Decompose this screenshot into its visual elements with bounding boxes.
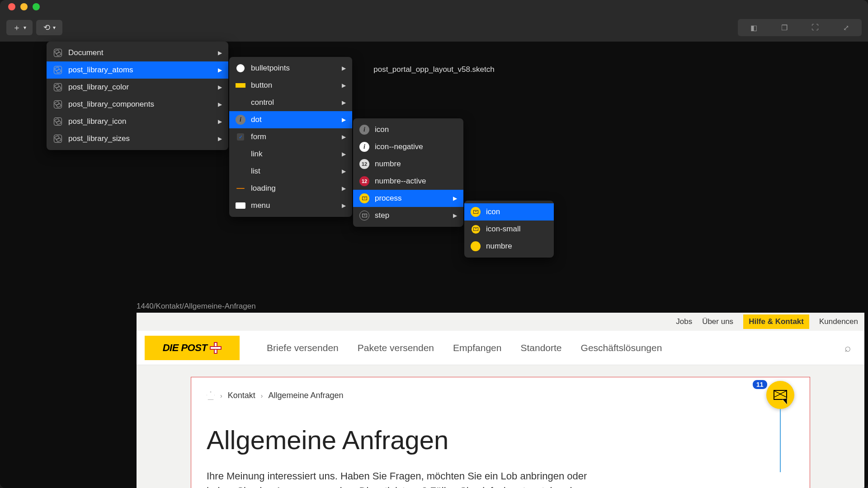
menu-item-dot[interactable]: i dot ▶ (229, 111, 352, 128)
link-icon (53, 65, 63, 75)
chevron-right-icon: › (261, 392, 263, 399)
menu-item-label: dot (251, 115, 262, 124)
home-icon[interactable] (207, 392, 215, 400)
menu-item-library-sizes[interactable]: post_library_sizes ▶ (47, 130, 228, 147)
menu-item-icon-negative[interactable]: i icon--negative (353, 138, 463, 155)
blank-icon (236, 149, 245, 159)
breadcrumb: › Kontakt › Allgemeine Anfragen (207, 391, 794, 400)
menu-item-label: Document (68, 48, 103, 57)
menu-item-control[interactable]: control ▶ (229, 94, 352, 111)
view-mode-3[interactable]: ⛶ (800, 20, 830, 35)
chevron-down-icon: ▾ (53, 24, 56, 31)
menu-item-icon[interactable]: i icon (353, 121, 463, 138)
page-title: Allgemeine Anfragen (207, 425, 794, 455)
window-maximize-button[interactable] (33, 3, 40, 10)
menu-item-label: icon (375, 125, 389, 134)
expand-icon: ⛶ (811, 23, 819, 32)
symbol-sync-button[interactable]: ⟲ ▾ (36, 20, 62, 35)
utility-link-service[interactable]: Kundencen (819, 317, 858, 326)
logo-text: DIE POST (163, 342, 208, 354)
nav-link-pakete[interactable]: Pakete versenden (358, 343, 434, 353)
document-title: post_portal_opp_layout_v58.sketch (373, 65, 494, 74)
menu-item-process-icon[interactable]: icon (464, 203, 554, 221)
chevron-right-icon: ▶ (218, 136, 222, 142)
menu-item-library-icon[interactable]: post_library_icon ▶ (47, 113, 228, 130)
swiss-cross-icon (210, 342, 222, 354)
chevron-right-icon: ▶ (342, 168, 346, 174)
menu-item-label: post_library_atoms (68, 66, 133, 75)
view-mode-segmented: ◧ ❐ ⛶ ⤢ (738, 19, 862, 36)
nav-link-briefe[interactable]: Briefe versenden (267, 343, 339, 353)
window-close-button[interactable] (8, 3, 15, 10)
view-mode-2[interactable]: ❐ (769, 20, 799, 35)
menu-item-numbre-active[interactable]: 12 numbre--active (353, 173, 463, 190)
chevron-right-icon: ▶ (342, 202, 346, 209)
menu-item-button[interactable]: button ▶ (229, 77, 352, 94)
menu-item-document[interactable]: Document ▶ (47, 44, 228, 61)
main-nav: Briefe versenden Pakete versenden Empfan… (267, 343, 662, 353)
menu-item-library-atoms[interactable]: post_library_atoms ▶ (47, 61, 228, 79)
menu-item-step[interactable]: step ▶ (353, 207, 463, 224)
insert-menu-level3: i icon i icon--negative 12 numbre 12 num… (353, 118, 463, 227)
blank-icon (236, 166, 245, 176)
fullscreen-icon: ⤢ (843, 23, 849, 32)
menu-item-label: post_library_color (68, 83, 129, 92)
stack-icon: ❐ (781, 23, 788, 32)
menu-item-list[interactable]: list ▶ (229, 163, 352, 180)
toolbar: ＋ ▾ ⟲ ▾ ◧ ❐ ⛶ ⤢ (0, 14, 868, 42)
menu-item-label: menu (251, 201, 270, 210)
utility-link-about[interactable]: Über uns (702, 317, 733, 326)
nav-link-empfangen[interactable]: Empfangen (453, 343, 501, 353)
breadcrumb-kontakt[interactable]: Kontakt (228, 391, 255, 400)
guide-line (780, 409, 781, 472)
menu-item-process-numbre[interactable]: numbre (464, 238, 554, 255)
contact-badge[interactable]: 11 (766, 381, 794, 409)
nav-link-standorte[interactable]: Standorte (520, 343, 561, 353)
menu-item-library-components[interactable]: post_library_components ▶ (47, 96, 228, 113)
view-mode-1[interactable]: ◧ (739, 20, 769, 35)
menu-item-label: button (251, 81, 272, 90)
chevron-right-icon: ▶ (342, 82, 346, 89)
process-icon-small (471, 224, 481, 234)
menu-item-form[interactable]: ✓ form ▶ (229, 128, 352, 145)
chevron-down-icon: ▾ (24, 24, 26, 31)
menu-item-label: step (375, 211, 389, 220)
menu-item-library-color[interactable]: post_library_color ▶ (47, 79, 228, 96)
menu-item-process-icon-small[interactable]: icon-small (464, 221, 554, 238)
menu-item-bulletpoints[interactable]: bulletpoints ▶ (229, 60, 352, 77)
link-icon (53, 99, 63, 109)
info-circle-icon: i (359, 125, 369, 135)
menu-item-numbre[interactable]: 12 numbre (353, 155, 463, 173)
menu-item-process[interactable]: process ▶ (353, 190, 463, 207)
utility-link-help[interactable]: Hilfe & Kontakt (743, 314, 809, 329)
window-minimize-button[interactable] (20, 3, 28, 10)
breadcrumb-current: Allgemeine Anfragen (268, 391, 343, 400)
view-mode-4[interactable]: ⤢ (831, 20, 861, 35)
menu-item-link[interactable]: link ▶ (229, 145, 352, 163)
menu-item-label: post_library_icon (68, 117, 127, 126)
link-icon (53, 48, 63, 58)
number-circle-icon: 12 (359, 159, 369, 169)
menu-item-menu[interactable]: menu ▶ (229, 197, 352, 214)
search-icon[interactable]: ⌕ (844, 342, 851, 354)
artboard[interactable]: Jobs Über uns Hilfe & Kontakt Kundencen … (137, 313, 864, 488)
menu-item-loading[interactable]: loading ▶ (229, 180, 352, 197)
checkbox-icon: ✓ (236, 132, 245, 142)
menu-item-label: numbre (375, 160, 401, 169)
menu-item-label: link (251, 150, 263, 159)
nav-link-business[interactable]: Geschäftslösungen (581, 343, 662, 353)
insert-button[interactable]: ＋ ▾ (6, 20, 33, 35)
process-circle-icon (359, 193, 369, 203)
step-circle-icon (359, 211, 369, 221)
info-circle-negative-icon: i (359, 142, 369, 152)
chevron-right-icon: ▶ (342, 134, 346, 140)
chevron-right-icon: ▶ (342, 185, 346, 192)
logo[interactable]: DIE POST (145, 336, 240, 360)
process-numbre-icon (471, 241, 481, 251)
utility-link-jobs[interactable]: Jobs (676, 317, 692, 326)
insert-menu-level2: bulletpoints ▶ button ▶ control ▶ i dot … (229, 57, 352, 217)
chevron-right-icon: ▶ (342, 117, 346, 123)
menu-item-label: icon--negative (375, 142, 423, 151)
menu-item-label: form (251, 132, 266, 141)
chevron-right-icon: ▶ (342, 65, 346, 71)
